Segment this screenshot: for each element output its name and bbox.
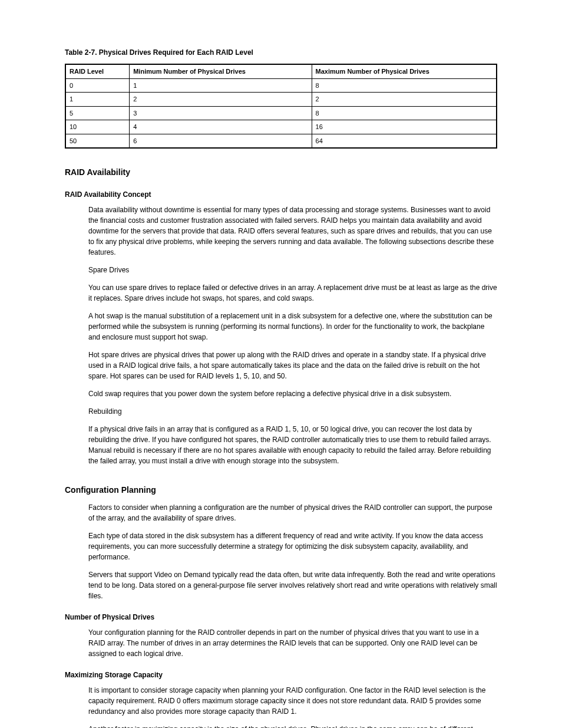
paragraph: Cold swap requires that you power down t… — [88, 388, 497, 399]
paragraph: Rebuilding — [88, 406, 497, 417]
heading-config-planning: Configuration Planning — [65, 484, 497, 496]
paragraph: Your configuration planning for the RAID… — [88, 627, 497, 659]
table-row: 018 — [65, 78, 497, 93]
table-title: Table 2-7. Physical Drives Required for … — [65, 47, 497, 58]
paragraph: Spare Drives — [88, 265, 497, 275]
paragraph: Hot spare drives are physical drives tha… — [88, 350, 497, 381]
paragraph: Each type of data stored in the disk sub… — [88, 531, 497, 562]
paragraph: If a physical drive fails in an array th… — [88, 424, 497, 466]
table-row: 538 — [65, 106, 497, 120]
paragraph: You can use spare drives to replace fail… — [88, 282, 497, 304]
subheading-num-drives: Number of Physical Drives — [65, 612, 497, 622]
table-row: 50664 — [65, 134, 497, 148]
table-row: 10416 — [65, 120, 497, 134]
paragraph: A hot swap is the manual substitution of… — [88, 311, 497, 342]
paragraph: Another factor in maximizing capacity is… — [88, 724, 497, 728]
paragraph: Data availability without downtime is es… — [88, 205, 497, 258]
col-header: Maximum Number of Physical Drives — [312, 64, 497, 78]
col-header: Minimum Number of Physical Drives — [130, 64, 312, 78]
subheading-availability-concept: RAID Availability Concept — [65, 189, 497, 200]
raid-level-table: RAID Level Minimum Number of Physical Dr… — [65, 64, 497, 149]
paragraph: Factors to consider when planning a conf… — [88, 502, 497, 523]
heading-raid-availability: RAID Availability — [65, 166, 497, 179]
paragraph: Servers that support Video on Demand typ… — [88, 569, 497, 601]
col-header: RAID Level — [65, 64, 130, 78]
paragraph: It is important to consider storage capa… — [88, 685, 497, 717]
subheading-max-capacity: Maximizing Storage Capacity — [65, 670, 497, 680]
table-row: 122 — [65, 93, 497, 107]
